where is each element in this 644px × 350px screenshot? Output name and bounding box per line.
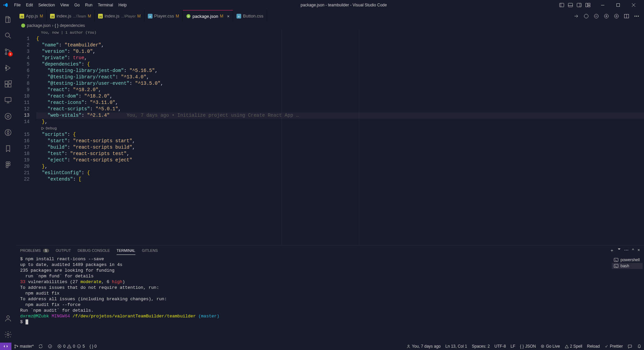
menu-selection[interactable]: Selection (36, 1, 57, 9)
terminal-entry-bash[interactable]: bash (612, 263, 643, 269)
status-brackets[interactable]: { } 0 (87, 343, 99, 350)
terminal-output[interactable]: $ npm install react-icons --save up to d… (16, 256, 610, 343)
activity-explorer-icon[interactable] (0, 11, 16, 28)
layout-sidebar-left-icon[interactable] (558, 1, 565, 9)
terminal-entry-powershell[interactable]: powershell (612, 257, 643, 263)
window-maximize-button[interactable] (610, 0, 626, 10)
panel-tab-gitlens[interactable]: GITLENS (142, 246, 158, 255)
status-spell[interactable]: 2 Spell (562, 343, 585, 350)
activity-remote-explorer-icon[interactable] (0, 92, 16, 108)
status-feedback-icon[interactable] (625, 343, 635, 350)
menu-go[interactable]: Go (72, 1, 82, 9)
code-line[interactable]: "start": "react-scripts start", (36, 138, 644, 144)
terminal-dropdown-icon[interactable] (617, 247, 621, 254)
code-line[interactable]: "test": "react-scripts test", (36, 151, 644, 157)
activity-settings-icon[interactable] (0, 326, 16, 343)
code-line[interactable]: "eject": "react-scripts eject" (36, 157, 644, 163)
menu-view[interactable]: View (57, 1, 72, 9)
more-actions-icon[interactable] (633, 12, 641, 20)
menu-help[interactable]: Help (116, 1, 130, 9)
code-line[interactable]: "react-icons": "^3.11.0", (36, 100, 644, 106)
status-go-live[interactable]: Go Live (538, 343, 562, 350)
code-line[interactable]: "react-scripts": "^5.0.1", (36, 106, 644, 112)
codelens-authors[interactable]: You, now | 1 author (You) (36, 29, 644, 36)
status-bell-icon[interactable] (635, 343, 644, 350)
code-line[interactable]: "react": "^18.2.0", (36, 87, 644, 93)
status-indentation[interactable]: Spaces: 2 (469, 343, 492, 350)
status-problems[interactable]: 0 0 5 (55, 343, 87, 350)
code-line[interactable]: "version": "0.1.0", (36, 48, 644, 55)
panel-tab-output[interactable]: OUTPUT (56, 246, 71, 255)
code-line[interactable]: "build": "react-scripts build", (36, 144, 644, 151)
activity-scm-icon[interactable]: 8 (0, 44, 16, 60)
tab-app-js[interactable]: JS App.js M (16, 10, 47, 22)
status-sync[interactable] (36, 343, 45, 350)
panel-tab-problems[interactable]: PROBLEMS 5 (20, 246, 49, 255)
layout-sidebar-right-icon[interactable] (575, 1, 583, 9)
go-forward-icon[interactable] (602, 12, 610, 20)
status-reload[interactable]: Reload (585, 343, 602, 350)
code-line[interactable]: }, (36, 163, 644, 170)
run-icon[interactable] (582, 12, 590, 20)
status-remote-button[interactable] (0, 343, 11, 350)
code-line[interactable]: "react-dom": "^18.2.0", (36, 93, 644, 100)
layout-panel-icon[interactable] (567, 1, 574, 9)
maximize-panel-icon[interactable]: ^ (632, 247, 634, 254)
code-line[interactable]: "eslintConfig": { (36, 170, 644, 176)
panel-tab-terminal[interactable]: TERMINAL (117, 246, 135, 255)
more-icon[interactable]: ⋯ (624, 247, 629, 254)
menu-terminal[interactable]: Terminal (95, 1, 116, 9)
menu-file[interactable]: File (11, 1, 23, 9)
editor-content[interactable]: You, now | 1 author (You){ "name": "team… (36, 29, 644, 245)
code-line[interactable]: "web-vitals": "^2.1.4" You, 7 days ago •… (36, 112, 644, 119)
status-encoding[interactable]: UTF-8 (492, 343, 508, 350)
compare-icon[interactable] (572, 12, 580, 20)
breadcrumb[interactable]: package.json › { } dependencies (16, 22, 644, 29)
status-language[interactable]: { } JSON (518, 343, 538, 350)
close-panel-icon[interactable]: × (637, 247, 640, 254)
activity-accounts-icon[interactable] (0, 310, 16, 326)
code-line[interactable]: "scripts": { (36, 131, 644, 138)
tab-button-css[interactable]: # Button.css (233, 10, 267, 22)
status-branch[interactable]: master* (11, 343, 36, 350)
code-line[interactable]: "@testing-library/react": "^13.4.0", (36, 74, 644, 80)
panel-tab-debug-console[interactable]: DEBUG CONSOLE (78, 246, 110, 255)
editor[interactable]: 1234567891011121314 1516171819202122 You… (16, 29, 644, 245)
tab-player-css[interactable]: # Player.css M (144, 10, 183, 22)
tab-package-json[interactable]: N package.json M × (183, 10, 233, 22)
code-line[interactable]: "extends": [ (36, 176, 644, 183)
code-line[interactable]: "name": "teambuilder", (36, 42, 644, 48)
go-back-icon[interactable] (592, 12, 600, 20)
code-line[interactable]: "@testing-library/user-event": "^13.5.0"… (36, 80, 644, 87)
window-close-button[interactable] (626, 0, 641, 10)
layout-customize-icon[interactable] (584, 1, 592, 9)
tab-index-player-js[interactable]: JS index.js ...\Player M (95, 10, 144, 22)
split-editor-icon[interactable] (622, 12, 631, 20)
code-line[interactable]: { (36, 36, 644, 42)
status-blame[interactable]: You, 7 days ago (404, 343, 443, 350)
code-line[interactable]: "@testing-library/jest-dom": "^5.16.5", (36, 68, 644, 74)
live-preview-icon[interactable] (612, 12, 620, 20)
activity-search-icon[interactable] (0, 28, 16, 44)
menu-edit[interactable]: Edit (23, 1, 36, 9)
new-terminal-icon[interactable]: ＋ (610, 247, 614, 254)
close-tab-icon[interactable]: × (227, 14, 230, 19)
status-cursor-pos[interactable]: Ln 13, Col 1 (443, 343, 470, 350)
status-eol[interactable]: LF (508, 343, 518, 350)
code-line[interactable]: "private": true, (36, 55, 644, 61)
activity-gitlens-icon[interactable] (0, 108, 16, 124)
status-prettier[interactable]: Prettier (602, 343, 625, 350)
activity-bookmarks-icon[interactable] (0, 141, 16, 157)
activity-liveshare-icon[interactable] (0, 124, 16, 141)
activity-extensions-icon[interactable] (0, 76, 16, 92)
activity-run-icon[interactable] (0, 60, 16, 76)
activity-figma-icon[interactable] (0, 157, 16, 173)
code-line[interactable]: }, (36, 119, 644, 125)
codelens-debug[interactable]: Debug (36, 125, 644, 131)
status-live-share[interactable] (45, 343, 55, 350)
menu-run[interactable]: Run (82, 1, 95, 9)
code-line[interactable]: "dependencies": { (36, 61, 644, 68)
window-minimize-button[interactable] (595, 0, 610, 10)
svg-line-14 (9, 37, 11, 38)
tab-index-team-js[interactable]: JS index.js ...\Team M (47, 10, 95, 22)
